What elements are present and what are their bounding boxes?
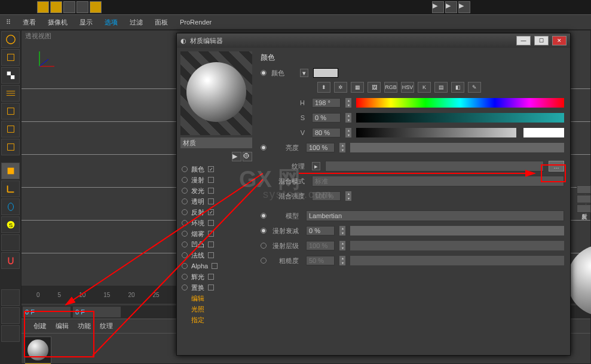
spinner-arrows[interactable]: ▴▾	[345, 128, 351, 137]
tool-icon[interactable]	[90, 1, 102, 13]
mouse-icon[interactable]	[1, 198, 20, 215]
layers-icon[interactable]	[1, 307, 20, 324]
play-icon[interactable]: ▶	[458, 1, 470, 13]
prev-arrow-icon[interactable]: ▶	[232, 152, 241, 161]
color-mode-button[interactable]: ▦	[351, 82, 364, 93]
menu-filter[interactable]: 过滤	[130, 18, 143, 27]
tool-icon[interactable]	[37, 1, 49, 13]
cube-sel-icon[interactable]	[1, 163, 20, 179]
channel-radio[interactable]	[182, 220, 188, 226]
channel-发光[interactable]: 发光	[180, 185, 251, 196]
axis-icon[interactable]	[1, 181, 20, 197]
color-mode-button[interactable]: ✲	[334, 82, 347, 93]
channel-checkbox[interactable]	[212, 263, 218, 269]
maximize-button[interactable]: ☐	[534, 36, 549, 45]
dots-icon[interactable]	[1, 234, 20, 251]
channel-漫射[interactable]: 漫射	[180, 175, 251, 185]
h-input[interactable]: 198 °	[312, 98, 341, 108]
difflvl-radio[interactable]	[261, 243, 267, 249]
stack-icon[interactable]	[1, 325, 20, 342]
rough-slider[interactable]	[350, 256, 564, 265]
color-mode-button[interactable]: ◧	[451, 82, 464, 93]
falloff-slider[interactable]	[350, 226, 564, 235]
blend-strength-input[interactable]: 100 %	[312, 191, 341, 201]
difflvl-slider[interactable]	[350, 241, 564, 250]
channel-颜色[interactable]: 颜色✓	[180, 164, 251, 175]
mat-tab-create[interactable]: 创建	[33, 322, 47, 331]
channel-置换[interactable]: 置换	[180, 282, 251, 293]
val-slider[interactable]	[356, 128, 516, 137]
channel-radio[interactable]	[182, 209, 188, 215]
picker-icon[interactable]: ⭗	[243, 152, 252, 161]
spinner-arrows[interactable]: ▴▾	[345, 191, 351, 201]
color-mode-button[interactable]: 🖼	[368, 82, 381, 93]
tool-icon[interactable]	[63, 1, 75, 13]
attr-tab[interactable]: 反射	[577, 204, 591, 213]
spinner-arrows[interactable]: ▴▾	[339, 143, 345, 152]
color-mode-button[interactable]: HSV	[401, 82, 414, 93]
texture-browse-button[interactable]: ...	[549, 161, 564, 172]
blend-mode-select[interactable]: 标准	[312, 176, 564, 186]
channel-radio[interactable]	[182, 252, 188, 258]
mat-tab-edit[interactable]: 编辑	[56, 322, 69, 331]
material-slot[interactable]: 材质	[25, 337, 51, 363]
frame-start[interactable]: 0 F	[23, 307, 71, 317]
cube2-icon[interactable]	[1, 103, 20, 120]
cube4-icon[interactable]	[1, 139, 20, 155]
hue-slider[interactable]	[356, 98, 564, 108]
menu-display[interactable]: 显示	[79, 18, 93, 27]
channel-烟雾[interactable]: 烟雾	[180, 228, 251, 239]
rough-input[interactable]: 50 %	[306, 256, 335, 265]
close-button[interactable]: ✕	[552, 36, 566, 45]
channel-checkbox[interactable]	[208, 252, 214, 258]
cube-icon[interactable]	[1, 49, 20, 66]
mat-tab-tex[interactable]: 纹理	[100, 322, 113, 331]
channel-辉光[interactable]: 辉光	[180, 271, 251, 282]
color-radio[interactable]	[261, 70, 267, 76]
mat-tab-func[interactable]: 功能	[78, 322, 91, 331]
channel-checkbox[interactable]	[208, 241, 214, 247]
magnet-icon[interactable]	[1, 252, 20, 269]
channel-extra[interactable]: 光照	[180, 304, 251, 314]
dropdown-icon[interactable]: ▾	[300, 69, 308, 77]
play-icon[interactable]: ▶	[432, 1, 444, 13]
cube3-icon[interactable]	[1, 121, 20, 137]
channel-radio[interactable]	[182, 285, 188, 290]
channel-radio[interactable]	[182, 177, 188, 183]
tag-icon[interactable]	[1, 289, 20, 306]
channel-凹凸[interactable]: 凹凸	[180, 239, 251, 250]
channel-checkbox[interactable]	[208, 220, 214, 226]
s-input[interactable]: 0 %	[312, 113, 341, 123]
channel-extra[interactable]: 编辑	[180, 293, 251, 304]
menu-view[interactable]: 查看	[23, 18, 36, 27]
channel-透明[interactable]: 透明	[180, 196, 251, 207]
play-icon[interactable]: ▶	[445, 1, 457, 13]
frame-end[interactable]: 0 F	[73, 307, 121, 317]
channel-extra[interactable]: 指定	[180, 314, 251, 325]
channel-radio[interactable]	[182, 198, 188, 204]
brightness-radio[interactable]	[261, 145, 267, 151]
channel-radio[interactable]	[182, 263, 188, 269]
globe-icon[interactable]	[1, 31, 20, 48]
channel-radio[interactable]	[182, 241, 188, 247]
channel-checkbox[interactable]	[208, 177, 214, 183]
model-radio[interactable]	[261, 213, 267, 219]
color-mode-button[interactable]: ▤	[434, 82, 448, 93]
v-input[interactable]: 80 %	[312, 128, 341, 137]
channel-法线[interactable]: 法线	[180, 250, 251, 261]
spinner-arrows[interactable]: ▴▾	[345, 113, 351, 123]
channel-radio[interactable]	[182, 188, 188, 194]
model-select[interactable]: Lambertian	[306, 210, 564, 221]
color-mode-button[interactable]: K	[418, 82, 431, 93]
falloff-radio[interactable]	[261, 228, 267, 234]
sat-slider[interactable]	[356, 113, 564, 123]
channel-checkbox[interactable]	[208, 231, 214, 237]
color-mode-button[interactable]: ⬍	[317, 82, 330, 93]
color-mode-button[interactable]: RGB	[384, 82, 397, 93]
texture-menu-button[interactable]: ▸	[312, 162, 320, 170]
channel-反射[interactable]: 反射✓	[180, 207, 251, 218]
menu-panel[interactable]: 面板	[155, 18, 168, 27]
minimize-button[interactable]: —	[516, 36, 531, 45]
channel-radio[interactable]	[182, 274, 188, 280]
channel-Alpha[interactable]: Alpha	[180, 261, 251, 271]
